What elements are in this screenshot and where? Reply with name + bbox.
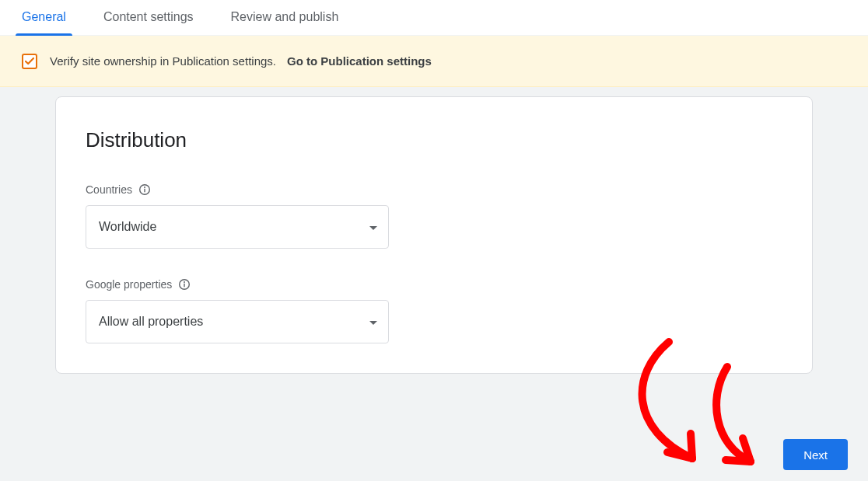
google-properties-select-value: Allow all properties: [99, 315, 203, 329]
countries-select-value: Worldwide: [99, 220, 156, 234]
countries-label: Countries: [86, 183, 782, 196]
banner-message: Verify site ownership in Publication set…: [50, 54, 276, 68]
google-properties-select[interactable]: Allow all properties: [86, 300, 389, 343]
svg-rect-2: [144, 189, 145, 193]
publication-settings-link[interactable]: Go to Publication settings: [287, 54, 432, 68]
card-heading: Distribution: [86, 128, 782, 152]
distribution-card: Distribution Countries Worldwide Google …: [55, 96, 813, 374]
tabs-bar: General Content settings Review and publ…: [0, 0, 868, 36]
google-properties-field: Google properties Allow all properties: [86, 278, 782, 343]
svg-rect-5: [184, 284, 185, 288]
tab-general[interactable]: General: [16, 10, 72, 35]
chevron-down-icon: [369, 220, 377, 234]
countries-info-icon[interactable]: [138, 183, 151, 196]
next-button[interactable]: Next: [783, 439, 848, 470]
google-properties-info-icon[interactable]: [178, 278, 191, 291]
page-body: Distribution Countries Worldwide Google …: [0, 87, 868, 481]
tab-content-settings[interactable]: Content settings: [97, 10, 200, 35]
tab-review-publish[interactable]: Review and publish: [225, 10, 345, 35]
countries-label-text: Countries: [86, 183, 132, 196]
svg-point-1: [144, 186, 145, 188]
countries-field: Countries Worldwide: [86, 183, 782, 249]
countries-select[interactable]: Worldwide: [86, 205, 389, 249]
google-properties-label: Google properties: [86, 278, 782, 291]
chevron-down-icon: [369, 315, 377, 329]
google-properties-label-text: Google properties: [86, 278, 172, 291]
verify-checkbox-icon: [22, 54, 37, 69]
svg-point-4: [184, 281, 185, 283]
verify-ownership-banner: Verify site ownership in Publication set…: [0, 36, 868, 87]
